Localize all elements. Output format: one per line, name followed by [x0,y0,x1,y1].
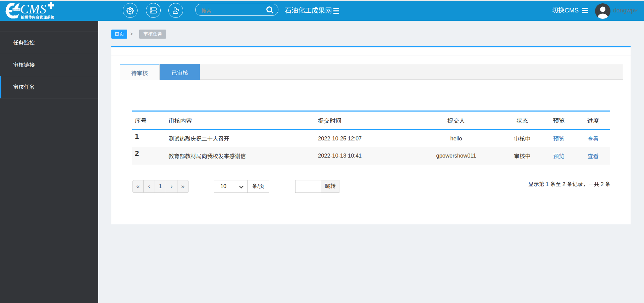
svg-text:power: power [13,8,20,11]
